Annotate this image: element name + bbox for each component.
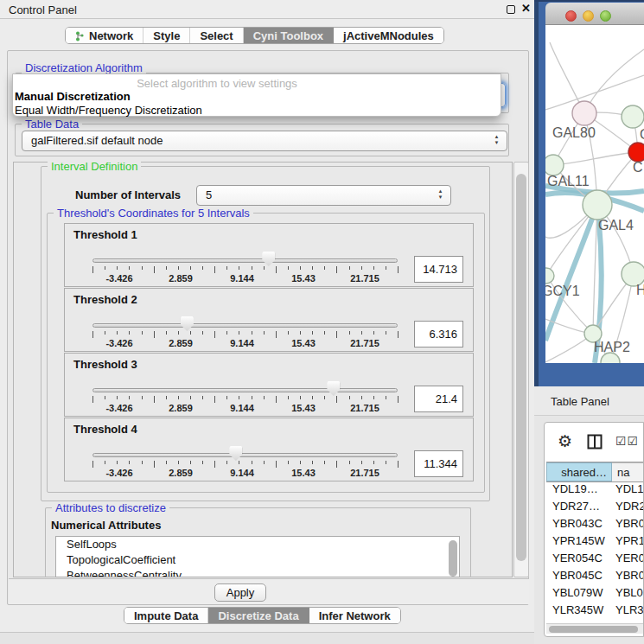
- tab-infer-network[interactable]: Infer Network: [309, 608, 400, 623]
- tab-impute-data[interactable]: Impute Data: [124, 608, 208, 623]
- close-button[interactable]: [565, 10, 577, 22]
- combo-arrows-icon: ▲▼: [437, 188, 444, 201]
- network-canvas[interactable]: GAL80G.CGAL11GAL4GCY1HHAP2: [545, 25, 644, 363]
- network-node-label: GAL4: [598, 218, 634, 233]
- table-rows: YDL19…YDL19…YDR27…YDR27…YBR043CYBR043CYP…: [546, 482, 644, 623]
- threshold-slider-track[interactable]: [92, 323, 398, 328]
- numerical-attributes-list[interactable]: SelfLoopsTopologicalCoefficientBetweenne…: [55, 536, 460, 577]
- threshold-slider-thumb[interactable]: [327, 381, 340, 396]
- slider-tick-labels: -3.4262.8599.14415.4321.71528: [92, 403, 399, 414]
- network-window: GAL80G.CGAL11GAL4GCY1HHAP2: [534, 0, 644, 386]
- number-of-intervals-combobox[interactable]: 5 ▲▼: [196, 185, 451, 206]
- control-panel-titlebar: Control Panel ✕: [0, 0, 534, 19]
- threshold-4-box: Threshold 4-3.4262.8599.14415.4321.71528…: [64, 418, 474, 481]
- threshold-slider-track[interactable]: [92, 388, 398, 392]
- network-node-GAL80[interactable]: [572, 101, 596, 125]
- float-window-icon[interactable]: [507, 5, 515, 14]
- network-edge[interactable]: [545, 75, 644, 110]
- slider-tick-labels: -3.4262.8599.14415.4321.71528: [92, 273, 399, 284]
- table-data-combobox[interactable]: galFiltered.sif default node ▲▼: [22, 131, 507, 151]
- threshold-value-field[interactable]: 11.344: [414, 450, 463, 477]
- network-node-label: G.: [640, 127, 644, 142]
- thresholds-group-label: Threshold's Coordinates for 5 Intervals: [54, 207, 253, 220]
- attributes-group-label: Attributes to discretize: [52, 501, 169, 514]
- settings-scrollbar-thumb[interactable]: [516, 174, 526, 561]
- tab-style[interactable]: Style: [143, 28, 190, 43]
- table-panel-titlebar: Table Panel: [534, 386, 644, 416]
- table-row[interactable]: YBR045CYBR045C: [546, 569, 644, 586]
- table-row[interactable]: YDL19…YDL19…: [546, 482, 644, 500]
- network-node-label: H: [636, 283, 644, 297]
- table-header: shared… na: [546, 462, 644, 482]
- network-node-GAL11[interactable]: [545, 155, 564, 175]
- table-row[interactable]: YDR27…YDR27…: [546, 500, 644, 517]
- threshold-2-box: Threshold 2-3.4262.8599.14415.4321.71528…: [64, 288, 474, 352]
- threshold-slider-track[interactable]: [92, 453, 398, 457]
- threshold-value-field[interactable]: 21.4: [414, 386, 463, 412]
- table-hscrollbar[interactable]: [546, 623, 644, 634]
- threshold-slider-thumb[interactable]: [229, 446, 242, 461]
- table-row[interactable]: YBR043CYBR043C: [546, 517, 644, 534]
- close-icon[interactable]: ✕: [521, 2, 531, 15]
- table-hscrollbar-thumb[interactable]: [549, 626, 638, 633]
- dropdown-option-manual[interactable]: Manual Discretization: [15, 90, 131, 103]
- slider-tick-labels: -3.4262.8599.14415.4321.71528: [92, 468, 399, 479]
- network-node-GCY1[interactable]: [545, 268, 554, 284]
- network-node-label: HAP2: [594, 340, 630, 354]
- bottom-tab-bar: Impute Data Discretize Data Infer Networ…: [124, 607, 401, 624]
- table-row[interactable]: YER054CYER054C: [546, 552, 644, 569]
- checkbox-pair-icon[interactable]: ☑☑: [615, 434, 639, 448]
- threshold-label: Threshold 2: [73, 293, 137, 306]
- zoom-button[interactable]: [600, 10, 611, 22]
- apply-button[interactable]: Apply: [214, 583, 266, 602]
- attribute-list-item[interactable]: TopologicalCoefficient: [56, 552, 459, 568]
- network-node-label: GAL11: [547, 174, 590, 188]
- attribute-list-item[interactable]: BetweennessCentrality: [56, 568, 459, 577]
- gear-icon[interactable]: ⚙: [558, 431, 572, 451]
- network-node-GAL4[interactable]: [583, 190, 612, 220]
- attribute-list-item[interactable]: SelfLoops: [56, 537, 459, 552]
- panel-bottom-strip: [0, 632, 534, 644]
- minimize-button[interactable]: [583, 10, 594, 22]
- top-tab-bar: Network Style Select Cyni Toolbox jActiv…: [65, 27, 444, 44]
- tab-cyni-toolbox[interactable]: Cyni Toolbox: [244, 28, 334, 43]
- tab-network[interactable]: Network: [66, 28, 143, 43]
- column-header-name[interactable]: na: [612, 462, 644, 481]
- network-node-selected-node[interactable]: [628, 143, 644, 162]
- numerical-attributes-label: Numerical Attributes: [51, 519, 161, 532]
- network-edge[interactable]: [553, 152, 638, 165]
- settings-scrollbar[interactable]: [513, 162, 529, 577]
- threshold-value-field[interactable]: 14.713: [414, 256, 463, 283]
- network-icon: [75, 31, 85, 41]
- threshold-label: Threshold 3: [73, 358, 137, 371]
- number-of-intervals-label: Number of Intervals: [75, 188, 181, 201]
- discretization-algorithm-group-label: Discretization Algorithm: [22, 61, 146, 74]
- panel-title: Control Panel: [9, 3, 77, 16]
- window-frame-edge: [534, 0, 644, 2]
- tab-select[interactable]: Select: [190, 28, 243, 43]
- threshold-value-field[interactable]: 6.316: [414, 321, 463, 348]
- column-header-shared[interactable]: shared…: [546, 462, 612, 481]
- algorithm-dropdown-popup: Select algorithm to view settings Manual…: [12, 73, 501, 117]
- split-column-icon[interactable]: [587, 434, 603, 453]
- network-edge[interactable]: [593, 205, 597, 334]
- tab-discretize-data[interactable]: Discretize Data: [208, 608, 309, 623]
- network-node-G-partial[interactable]: [622, 105, 644, 128]
- threshold-slider-track[interactable]: [92, 258, 398, 263]
- cyni-toolbox-panel: Discretization Algorithm ▲▼ Select algor…: [7, 50, 529, 605]
- table-panel-title: Table Panel: [551, 395, 609, 408]
- network-edge[interactable]: [584, 49, 644, 113]
- list-scrollbar-thumb[interactable]: [449, 540, 457, 577]
- threshold-slider-thumb[interactable]: [181, 316, 194, 331]
- dropdown-option-equal-width[interactable]: Equal Width/Frequency Discretization: [15, 104, 202, 117]
- threshold-slider-thumb[interactable]: [262, 252, 275, 266]
- threshold-1-box: Threshold 1-3.4262.8599.14415.4321.71528…: [64, 223, 474, 287]
- threshold-label: Threshold 4: [73, 423, 137, 436]
- threshold-label: Threshold 1: [73, 228, 137, 241]
- table-row[interactable]: YBL079WYBL079W: [546, 586, 644, 603]
- table-data-group-label: Table Data: [22, 118, 82, 131]
- table-row[interactable]: YLR345WYLR345W: [546, 603, 644, 621]
- table-row[interactable]: YPR145WYPR145W: [546, 534, 644, 552]
- tab-jactivemnodules[interactable]: jActiveMNodules: [334, 28, 443, 43]
- network-window-titlebar[interactable]: [545, 3, 644, 25]
